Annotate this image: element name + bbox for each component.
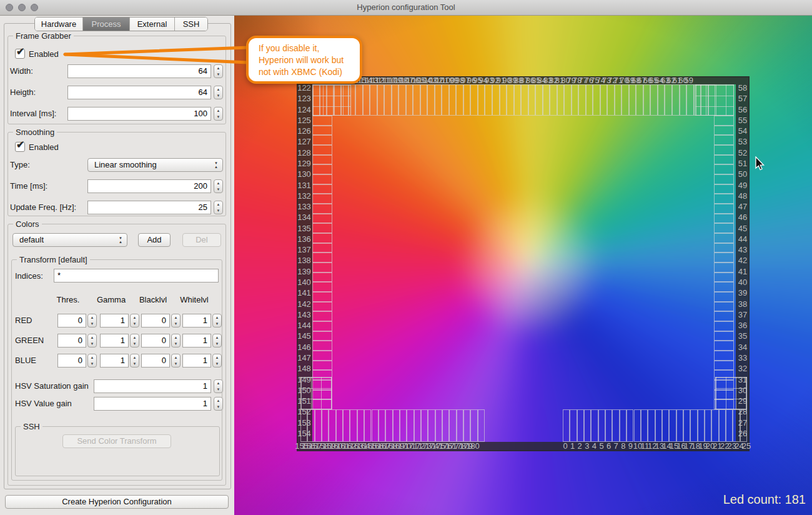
number-input[interactable]: 64 bbox=[67, 64, 211, 78]
column-header: Whitelvl bbox=[172, 295, 216, 304]
spinner[interactable] bbox=[171, 354, 181, 368]
spinner[interactable] bbox=[130, 354, 139, 368]
spinner[interactable] bbox=[171, 334, 181, 348]
number-input[interactable]: 0 bbox=[141, 314, 170, 328]
channel-label: RED bbox=[15, 316, 32, 325]
spinner[interactable] bbox=[214, 397, 223, 411]
spinner[interactable] bbox=[171, 314, 181, 328]
group-title: Smoothing bbox=[13, 128, 57, 137]
screen-capture-preview bbox=[234, 15, 812, 515]
color-profile-select[interactable]: default bbox=[12, 233, 127, 247]
spinner[interactable] bbox=[87, 314, 97, 328]
spinner[interactable] bbox=[87, 354, 97, 368]
number-input[interactable]: 0 bbox=[57, 354, 86, 368]
number-input[interactable]: 0 bbox=[141, 354, 170, 368]
number-input[interactable]: 1 bbox=[94, 379, 211, 393]
number-input[interactable]: 200 bbox=[87, 179, 211, 193]
number-input[interactable]: 1 bbox=[182, 314, 211, 328]
column-header: Blacklvl bbox=[131, 295, 175, 304]
smoothing-type-select[interactable]: Linear smoothing bbox=[87, 158, 223, 172]
callout-text-line: not with XBMC (Kodi) bbox=[259, 66, 356, 78]
mouse-cursor-icon bbox=[755, 156, 766, 171]
tab-hardware[interactable]: Hardware bbox=[35, 18, 83, 31]
callout-bubble: If you disable it,Hyperion will work but… bbox=[246, 36, 362, 84]
spinner[interactable] bbox=[212, 354, 222, 368]
group-title: SSH bbox=[21, 422, 42, 431]
column-header: Thres. bbox=[46, 295, 90, 304]
window-title-bar: Hyperion configuration Tool bbox=[0, 0, 812, 16]
delete-color-button[interactable]: Del bbox=[182, 233, 221, 247]
spinner[interactable] bbox=[214, 179, 223, 193]
spinner[interactable] bbox=[214, 86, 223, 99]
field-label: Update Freq. [Hz]: bbox=[10, 202, 76, 212]
group-title: Transform [default] bbox=[17, 255, 90, 264]
channel-label: GREEN bbox=[15, 336, 44, 345]
field-label: HSV Saturation gain bbox=[15, 381, 89, 391]
number-input[interactable]: 0 bbox=[57, 314, 86, 328]
ssh-group: SSH bbox=[15, 426, 220, 476]
spinner[interactable] bbox=[212, 314, 222, 328]
spinner[interactable] bbox=[214, 64, 223, 78]
smoothing-enabled-checkbox[interactable]: ✔ bbox=[15, 142, 25, 152]
spinner[interactable] bbox=[130, 314, 139, 328]
spinner[interactable] bbox=[214, 107, 223, 121]
spinner[interactable] bbox=[214, 379, 223, 393]
field-label: Interval [ms]: bbox=[10, 109, 56, 118]
app-window: 1211201191181171161151141131121111101091… bbox=[0, 0, 812, 515]
send-color-transform-button[interactable]: Send Color Transform bbox=[62, 434, 171, 448]
callout-text: If you disable it,Hyperion will work but… bbox=[259, 42, 356, 78]
smoothing-enabled-label: Enabled bbox=[29, 142, 59, 152]
number-input[interactable]: 64 bbox=[67, 86, 211, 99]
spinner[interactable] bbox=[130, 334, 139, 348]
led-count-label: Led count: 181 bbox=[723, 492, 806, 507]
callout-text-line: If you disable it, bbox=[259, 42, 356, 54]
checkmark-icon: ✔ bbox=[16, 139, 24, 151]
field-label: HSV Value gain bbox=[15, 399, 72, 408]
spinner[interactable] bbox=[87, 334, 97, 348]
field-label: Width: bbox=[10, 66, 33, 76]
number-input[interactable]: 1 bbox=[100, 354, 129, 368]
vignette-overlay bbox=[234, 15, 812, 515]
number-input[interactable]: 25 bbox=[87, 201, 211, 214]
tab-bar: Hardware Process External SSH bbox=[34, 17, 208, 31]
group-title: Colors bbox=[13, 219, 42, 229]
number-input[interactable]: 1 bbox=[182, 334, 211, 348]
checkmark-icon: ✔ bbox=[16, 46, 24, 58]
frame-grabber-enabled-label: Enabled bbox=[29, 49, 59, 59]
number-input[interactable]: 100 bbox=[67, 107, 211, 121]
number-input[interactable]: 1 bbox=[94, 397, 211, 411]
indices-label: Indices: bbox=[15, 271, 43, 281]
field-label: Time [ms]: bbox=[10, 181, 47, 191]
group-title: Frame Grabber bbox=[13, 31, 74, 41]
channel-label: BLUE bbox=[15, 356, 36, 365]
callout-text-line: Hyperion will work but bbox=[259, 54, 356, 66]
frame-grabber-enabled-checkbox[interactable]: ✔ bbox=[15, 49, 25, 59]
add-color-button[interactable]: Add bbox=[138, 233, 171, 247]
number-input[interactable]: 1 bbox=[100, 314, 129, 328]
smoothing-type-label: Type: bbox=[10, 160, 30, 169]
number-input[interactable]: 0 bbox=[141, 334, 170, 348]
spinner[interactable] bbox=[214, 201, 223, 214]
number-input[interactable]: 0 bbox=[57, 334, 86, 348]
field-label: Heigth: bbox=[10, 88, 36, 97]
column-header: Gamma bbox=[89, 295, 133, 304]
number-input[interactable]: 1 bbox=[100, 334, 129, 348]
window-title: Hyperion configuration Tool bbox=[0, 2, 812, 12]
indices-input[interactable]: * bbox=[54, 269, 219, 282]
number-input[interactable]: 1 bbox=[182, 354, 211, 368]
tab-external[interactable]: External bbox=[130, 18, 175, 31]
tab-process[interactable]: Process bbox=[83, 18, 130, 31]
spinner[interactable] bbox=[212, 334, 222, 348]
create-configuration-button[interactable]: Create Hyperion Configuration bbox=[5, 495, 229, 509]
tab-ssh[interactable]: SSH bbox=[175, 18, 207, 31]
